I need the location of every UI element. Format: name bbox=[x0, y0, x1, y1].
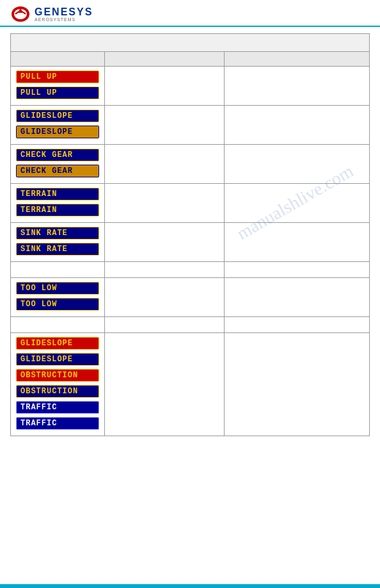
badge-container: CHECK GEAR CHECK GEAR bbox=[16, 149, 99, 179]
table-row bbox=[11, 317, 370, 333]
alert-cell-pull-up: PULL UP PULL UP bbox=[11, 67, 105, 106]
alert-cell-check-gear: CHECK GEAR CHECK GEAR bbox=[11, 145, 105, 184]
badge-container: GLIDESLOPE GLIDESLOPE OBSTRUCTION OBSTRU… bbox=[16, 337, 99, 432]
empty-cell-3 bbox=[224, 262, 369, 278]
info-cell-sink-rate bbox=[224, 223, 369, 262]
col-header-2 bbox=[104, 52, 224, 67]
alert-cell-terrain: TERRAIN TERRAIN bbox=[11, 184, 105, 223]
badge-container: SINK RATE SINK RATE bbox=[16, 227, 99, 257]
desc-cell-check-gear bbox=[104, 145, 224, 184]
alert-badge-traffic-1: TRAFFIC bbox=[16, 401, 99, 414]
desc-cell-too-low bbox=[104, 278, 224, 317]
alert-cell-sink-rate: SINK RATE SINK RATE bbox=[11, 223, 105, 262]
info-cell-pull-up bbox=[224, 67, 369, 106]
page-header: GENESYS AEROSYSTEMS bbox=[0, 0, 380, 27]
empty-cell-2 bbox=[104, 262, 224, 278]
alert-badge-obstruction-2: OBSTRUCTION bbox=[16, 385, 99, 398]
alert-badge-glideslope-2b: GLIDESLOPE bbox=[16, 353, 99, 366]
alert-badge-terrain-1: TERRAIN bbox=[16, 188, 99, 200]
alert-cell-too-low: TOO LOW TOO LOW bbox=[11, 278, 105, 317]
table-row: TOO LOW TOO LOW bbox=[11, 278, 370, 317]
logo: GENESYS AEROSYSTEMS bbox=[10, 5, 93, 23]
brand-name: GENESYS bbox=[35, 7, 93, 17]
desc-cell-glideslope-1 bbox=[104, 106, 224, 145]
genesys-logo-icon bbox=[10, 5, 31, 23]
empty-cell2-1 bbox=[11, 317, 105, 333]
table-row: PULL UP PULL UP bbox=[11, 67, 370, 106]
alert-badge-too-low-1: TOO LOW bbox=[16, 282, 99, 295]
alert-badge-glideslope-1a: GLIDESLOPE bbox=[16, 110, 99, 122]
alert-badge-sink-rate-2: SINK RATE bbox=[16, 243, 99, 256]
desc-cell-sink-rate bbox=[104, 223, 224, 262]
alert-cell-combined: GLIDESLOPE GLIDESLOPE OBSTRUCTION OBSTRU… bbox=[11, 333, 105, 436]
col-header-3 bbox=[224, 52, 369, 67]
table-row: GLIDESLOPE GLIDESLOPE bbox=[11, 106, 370, 145]
alert-badge-terrain-2: TERRAIN bbox=[16, 204, 99, 216]
alert-badge-traffic-2: TRAFFIC bbox=[16, 417, 99, 430]
badge-container: TERRAIN TERRAIN bbox=[16, 188, 99, 218]
table-row bbox=[11, 262, 370, 278]
table-row: TERRAIN TERRAIN bbox=[11, 184, 370, 223]
table-row: CHECK GEAR CHECK GEAR bbox=[11, 145, 370, 184]
alert-badge-sink-rate-1: SINK RATE bbox=[16, 227, 99, 240]
empty-cell-1 bbox=[11, 262, 105, 278]
badge-container: PULL UP PULL UP bbox=[16, 70, 99, 101]
desc-cell-combined bbox=[104, 333, 224, 436]
info-cell-combined bbox=[224, 333, 369, 436]
alert-cell-glideslope-1: GLIDESLOPE GLIDESLOPE bbox=[11, 106, 105, 145]
alert-badge-too-low-2: TOO LOW bbox=[16, 298, 99, 311]
alert-badge-glideslope-2a: GLIDESLOPE bbox=[16, 337, 99, 350]
empty-cell2-2 bbox=[104, 317, 224, 333]
badge-container: TOO LOW TOO LOW bbox=[16, 282, 99, 313]
alert-badge-pull-up-2: PULL UP bbox=[16, 86, 99, 99]
desc-cell-pull-up bbox=[104, 67, 224, 106]
info-cell-glideslope-1 bbox=[224, 106, 369, 145]
table-row: SINK RATE SINK RATE bbox=[11, 223, 370, 262]
brand-sub: AEROSYSTEMS bbox=[35, 17, 93, 22]
table-title-row bbox=[11, 34, 370, 52]
alert-badge-pull-up-1: PULL UP bbox=[16, 70, 99, 83]
col-header-1 bbox=[11, 52, 105, 67]
alert-badge-check-gear-1: CHECK GEAR bbox=[16, 149, 99, 161]
alerts-table: PULL UP PULL UP GLIDESLOPE GLIDESLOPE bbox=[10, 33, 370, 436]
logo-text: GENESYS AEROSYSTEMS bbox=[35, 7, 93, 22]
alert-badge-obstruction-1: OBSTRUCTION bbox=[16, 369, 99, 382]
table-header-row bbox=[11, 52, 370, 67]
badge-container: GLIDESLOPE GLIDESLOPE bbox=[16, 110, 99, 140]
table-row: GLIDESLOPE GLIDESLOPE OBSTRUCTION OBSTRU… bbox=[11, 333, 370, 436]
alert-badge-check-gear-2: CHECK GEAR bbox=[16, 165, 99, 177]
info-cell-check-gear bbox=[224, 145, 369, 184]
table-title bbox=[11, 34, 370, 52]
info-cell-terrain bbox=[224, 184, 369, 223]
desc-cell-terrain bbox=[104, 184, 224, 223]
empty-cell2-3 bbox=[224, 317, 369, 333]
footer-bar bbox=[0, 584, 380, 588]
info-cell-too-low bbox=[224, 278, 369, 317]
alert-badge-glideslope-1b: GLIDESLOPE bbox=[16, 126, 99, 138]
